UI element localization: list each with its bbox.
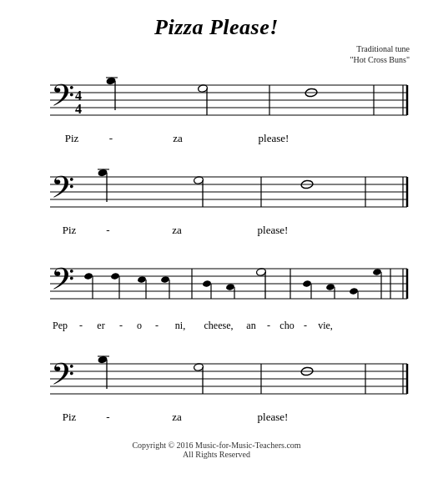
svg-point-49 [202, 280, 211, 287]
lyric-row-2: Piz - za please! [23, 222, 410, 239]
svg-text:4: 4 [75, 102, 82, 116]
rights-text: All Rights Reserved [23, 450, 410, 459]
lyric-cell: Pep [48, 320, 72, 332]
lyric-cell: - [297, 320, 314, 332]
lyric-cell: Piz [53, 132, 90, 145]
svg-text:4: 4 [75, 88, 82, 103]
staff-2: 𝄢 [23, 162, 410, 219]
staff-section-3: 𝄢 [23, 254, 410, 334]
lyric-cell: - [85, 411, 131, 424]
lyric-cell: Piz [53, 411, 85, 424]
lyric-cell: ni, [165, 320, 195, 332]
lyric-cell: - [149, 320, 165, 332]
lyric-cell: cho [277, 320, 297, 332]
lyric-cell: za [132, 132, 224, 145]
svg-text:𝄢: 𝄢 [51, 79, 74, 120]
svg-point-44 [137, 275, 146, 283]
svg-point-60 [349, 287, 358, 295]
staff-3: 𝄢 [23, 254, 410, 314]
lyric-row-1: Piz - za please! [23, 130, 410, 147]
svg-point-56 [302, 280, 311, 287]
copyright-section: Copyright © 2016 Music-for-Music-Teacher… [23, 441, 410, 459]
page-title: Pizza Please! [23, 15, 410, 40]
lyric-cell: cheese, [202, 320, 235, 332]
svg-point-40 [83, 272, 93, 280]
staff-section-2: 𝄢 Piz - za please! [23, 162, 410, 239]
svg-point-42 [110, 272, 119, 280]
copyright-text: Copyright © 2016 Music-for-Music-Teacher… [23, 441, 410, 450]
lyric-cell: - [112, 320, 130, 332]
lyric-row-3: Pep - er - o - ni, cheese, an - cho - vi… [23, 317, 410, 334]
lyric-cell: please! [223, 224, 323, 237]
staff-section-1: 𝄢 4 4 [23, 70, 410, 147]
lyric-cell: za [131, 411, 223, 424]
svg-text:𝄢: 𝄢 [51, 358, 74, 399]
subtitle-line2: "Hot Cross Buns" [350, 55, 410, 64]
svg-point-58 [325, 283, 335, 290]
lyric-cell: Piz [53, 224, 85, 237]
lyric-cell: - [72, 320, 90, 332]
lyric-cell: - [90, 132, 132, 145]
lyric-cell: please! [224, 132, 324, 145]
staff-section-4: 𝄢 Piz - za please! [23, 349, 410, 426]
svg-text:𝄢: 𝄢 [51, 171, 74, 212]
lyric-cell: - [85, 224, 131, 237]
lyric-cell: er [90, 320, 112, 332]
lyric-cell: za [131, 224, 223, 237]
svg-text:𝄢: 𝄢 [51, 263, 74, 304]
svg-point-46 [160, 275, 169, 283]
lyric-cell: vie, [314, 320, 337, 332]
subtitle-line1: Traditional tune [356, 44, 410, 53]
svg-point-51 [225, 283, 234, 290]
staff-1: 𝄢 4 4 [23, 70, 410, 127]
staff-4: 𝄢 [23, 349, 410, 406]
svg-point-62 [372, 268, 381, 275]
lyric-cell: an [242, 320, 260, 332]
lyric-cell: o [130, 320, 149, 332]
lyric-row-4: Piz - za please! [23, 409, 410, 426]
lyric-cell: please! [223, 411, 323, 424]
page: Pizza Please! Traditional tune "Hot Cros… [0, 0, 433, 504]
lyric-cell: - [260, 320, 277, 332]
subtitle: Traditional tune "Hot Cross Buns" [23, 43, 410, 65]
